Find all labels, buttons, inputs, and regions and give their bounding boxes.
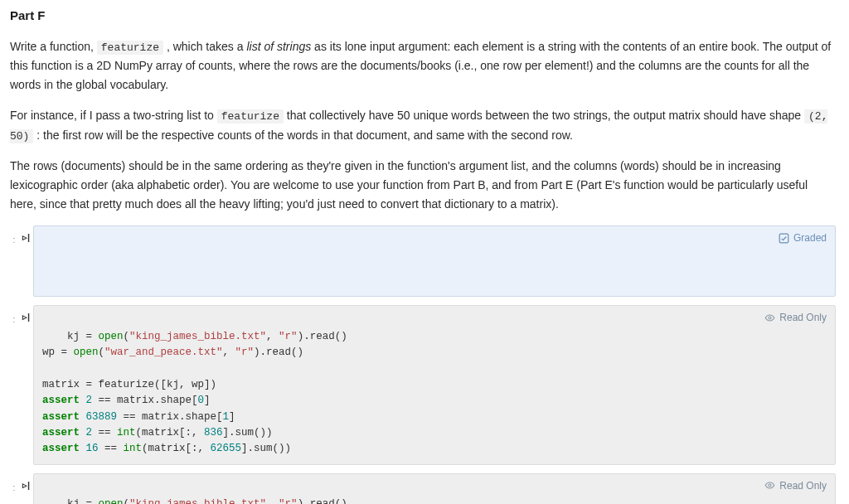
paragraph-3: The rows (documents) should be in the sa…: [10, 157, 836, 214]
eye-icon: [764, 480, 775, 491]
code-line: assert 16 == int(matrix[:, 62655].sum()): [42, 443, 291, 454]
text: For instance, if I pass a two-string lis…: [10, 109, 217, 122]
badge-label: Graded: [793, 230, 827, 246]
code-line: kj = open("king_james_bible.txt", "r").r…: [67, 331, 347, 342]
code-line: wp = open("war_and_peace.txt", "r").read…: [42, 346, 303, 358]
code-cell-readonly-2: : ▹| Read Only kj = open("king_james_bib…: [7, 473, 836, 504]
run-prompt[interactable]: ▹|: [22, 473, 33, 492]
code-line: assert 2 == matrix.shape[0]: [42, 395, 211, 406]
text: , which takes a: [163, 40, 246, 53]
paragraph-1: Write a function, featurize , which take…: [10, 37, 836, 95]
code-line: kj = open("king_james_bible.txt", "r").r…: [67, 498, 347, 504]
code-line: assert 2 == int(matrix[:, 836].sum()): [42, 427, 273, 439]
gutter-colon: :: [7, 225, 22, 246]
text: Write a function,: [10, 40, 97, 53]
code-cell-readonly-1: : ▹| Read Only kj = open("king_james_bib…: [7, 305, 836, 464]
inline-code-featurize: featurize: [97, 41, 163, 55]
gutter-colon: :: [7, 473, 22, 494]
code-input-readonly: Read Only kj = open("king_james_bible.tx…: [33, 305, 836, 464]
badge-label: Read Only: [779, 478, 827, 494]
badge-label: Read Only: [779, 310, 827, 326]
text: : the first row will be the respective c…: [33, 128, 573, 142]
svg-point-1: [769, 317, 771, 319]
code-line: matrix = featurize([kj, wp]): [42, 379, 216, 390]
code-input-empty[interactable]: Graded: [33, 225, 836, 297]
readonly-badge: Read Only: [764, 310, 827, 326]
code-line: assert 63889 == matrix.shape[1]: [42, 411, 235, 423]
checkbox-icon: [779, 233, 789, 244]
run-prompt[interactable]: ▹|: [22, 305, 33, 324]
readonly-badge: Read Only: [764, 478, 827, 494]
paragraph-2: For instance, if I pass a two-string lis…: [10, 106, 836, 145]
svg-rect-0: [779, 234, 788, 243]
code-input-readonly: Read Only kj = open("king_james_bible.tx…: [33, 473, 836, 504]
svg-point-2: [769, 484, 771, 487]
em-text: list of strings: [246, 40, 311, 53]
text: that collectively have 50 unique words b…: [284, 109, 804, 122]
eye-icon: [764, 313, 775, 323]
code-cell-graded: : ▹| Graded: [7, 225, 836, 297]
run-prompt[interactable]: ▹|: [22, 225, 33, 245]
inline-code-featurize: featurize: [217, 109, 284, 124]
gutter-colon: :: [7, 305, 22, 326]
graded-badge: Graded: [779, 230, 827, 246]
section-heading: Part F: [10, 7, 836, 26]
